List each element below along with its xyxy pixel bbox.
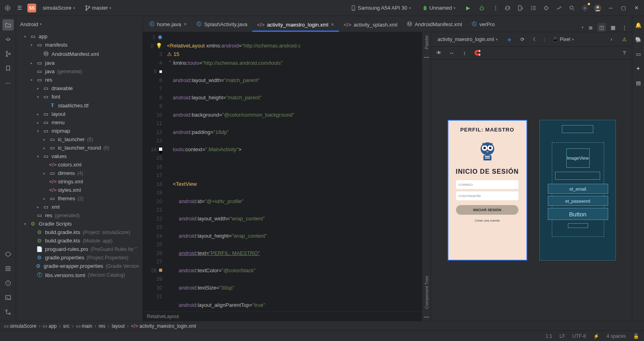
tab-activity-splash[interactable]: </>activity_splash.xml: [339, 18, 402, 32]
settings-icon[interactable]: [580, 4, 589, 12]
code-lines[interactable]: <RelativeLayout xmlns:android="http://sc…: [167, 32, 422, 312]
sync-icon[interactable]: [503, 4, 512, 12]
tree-node-iclauncher[interactable]: ▸▭ic_launcher (6): [18, 135, 141, 144]
tree-node-mipmap[interactable]: ▾▭mipmap: [18, 127, 141, 135]
app-inspection-icon[interactable]: [2, 263, 14, 274]
magnet-icon[interactable]: 🧲: [473, 49, 482, 58]
tree-node-colors[interactable]: </>colors.xml: [18, 160, 141, 169]
bc-item[interactable]: </> activity_maestro_login.xml: [131, 323, 196, 329]
tab-maestro-login[interactable]: </>activity_maestro_login.xml×: [252, 17, 339, 32]
editor-more-icon[interactable]: ⋮: [620, 23, 629, 32]
project-panel-header[interactable]: Android ▾: [16, 16, 142, 32]
bc-item[interactable]: ▭ app: [43, 323, 56, 329]
tab-close-icon[interactable]: ×: [184, 21, 187, 27]
bc-item[interactable]: ▭ simulaScore: [4, 323, 36, 329]
user-avatar[interactable]: [593, 4, 602, 12]
bc-item[interactable]: res: [99, 323, 105, 329]
palette-label[interactable]: Palette: [424, 35, 429, 49]
tree-node-values[interactable]: ▾▭values: [18, 152, 141, 160]
tree-node-java[interactable]: ▸▭java: [18, 59, 141, 67]
tree-node-font-file[interactable]: 𝐓staatliches.ttf: [18, 101, 141, 110]
design-icon[interactable]: ◈: [505, 35, 514, 44]
main-menu-icon[interactable]: [3, 4, 12, 12]
palette-collapse-icon[interactable]: —: [422, 52, 431, 61]
status-readonly-icon[interactable]: 🔓: [633, 333, 639, 339]
branch-selector[interactable]: master ▾: [82, 3, 115, 12]
view-list-icon[interactable]: ≣: [586, 23, 595, 32]
tree-node-iclauncher-round[interactable]: ▸▭ic_launcher_round (6): [18, 144, 141, 152]
tree-node-strings[interactable]: </>strings.xml: [18, 177, 141, 186]
tree-node-java-gen[interactable]: ▭java (generated): [18, 67, 141, 76]
design-view-icon[interactable]: ▦: [609, 23, 617, 32]
tree-node-proguard[interactable]: 📄proguard-rules.pro (ProGuard Rules for …: [18, 245, 141, 253]
pan-icon[interactable]: ↔: [447, 49, 456, 58]
run-button[interactable]: ▶: [464, 4, 473, 12]
tree-node-xml[interactable]: ▸▭xml: [18, 203, 141, 211]
tree-node-res[interactable]: ▾▭res: [18, 76, 141, 84]
tree-node-drawable[interactable]: ▸▭drawable: [18, 84, 141, 92]
layout-inspector-icon[interactable]: ▤: [633, 77, 644, 88]
commit-tool-icon[interactable]: [2, 34, 14, 45]
attach-debugger-icon[interactable]: [542, 4, 551, 12]
status-indent[interactable]: 4 spaces: [607, 333, 626, 339]
tree-node-bg-project[interactable]: ⚙build.gradle.kts (Project: simulaScore): [18, 228, 141, 236]
split-view-icon[interactable]: ◫: [597, 23, 606, 32]
tabs-dropdown-icon[interactable]: ▾: [582, 25, 584, 29]
project-selector[interactable]: simulaScore ▾: [39, 3, 78, 12]
profiler-icon[interactable]: [555, 4, 564, 12]
debug-button[interactable]: [477, 4, 486, 12]
tab-manifest[interactable]: ⓂAndroidManifest.xml: [402, 16, 467, 32]
close-icon[interactable]: ✕: [632, 4, 641, 12]
warning-icon[interactable]: ⚠: [620, 35, 629, 44]
component-tree-label[interactable]: Component Tree: [424, 276, 429, 309]
bc-item[interactable]: ▭ main: [76, 323, 92, 329]
tree-node-libs-versions[interactable]: Ⓣlibs.versions.toml (Version Catalog): [18, 270, 141, 280]
structure-tool-icon[interactable]: [2, 48, 14, 60]
bc-item[interactable]: layout: [112, 323, 125, 329]
more-tools-icon[interactable]: ⋯: [2, 77, 14, 88]
tree-node-menu[interactable]: ▸▭menu: [18, 118, 141, 127]
code-editor[interactable]: 1 ◉ 2 💡 34 5 ■ 678910111213 14 ■ 1516171…: [143, 32, 422, 321]
tree-node-font[interactable]: ▾▭font: [18, 92, 141, 101]
device-dropdown[interactable]: 📱Pixel▾: [549, 35, 577, 44]
more-actions-icon[interactable]: ⋮: [491, 4, 500, 12]
problems-icon[interactable]: [2, 277, 14, 289]
tab-close-icon[interactable]: ×: [331, 21, 334, 28]
hamburger-icon[interactable]: ☰: [15, 4, 24, 12]
running-devices-icon[interactable]: ▭: [633, 48, 644, 60]
tree-node-layout[interactable]: ▸▭layout: [18, 110, 141, 118]
tab-home[interactable]: Ⓒhome.java×: [144, 16, 192, 32]
run-config-selector[interactable]: Unnamed ▾: [419, 3, 459, 12]
tree-node-styles[interactable]: </>styles.xml: [18, 186, 141, 194]
tree-node-gradle-wrapper[interactable]: ⚙gradle-wrapper.properties (Gradle Versi…: [18, 262, 141, 270]
maximize-icon[interactable]: ▢: [619, 4, 628, 12]
status-cursor-pos[interactable]: 1:1: [545, 333, 552, 339]
tab-verpro[interactable]: ⒸverPro: [467, 16, 500, 32]
device-selector[interactable]: Samsung A54 API 30 ▾: [347, 3, 414, 12]
tree-node-gradle-scripts[interactable]: ▾⚙Gradle Scripts: [18, 220, 141, 228]
tree-node-manifests[interactable]: ▾▭manifests: [18, 41, 141, 49]
tab-splash-activity[interactable]: ⒸSplashActivity.java: [192, 16, 252, 32]
orientation-icon[interactable]: ⟳: [518, 35, 527, 44]
preview-canvas[interactable]: PERFIL: MAESTRO INICIO DE SESIÓN CORREO …: [431, 60, 632, 321]
tree-node-app[interactable]: ▾▭app: [18, 32, 141, 41]
visibility-icon[interactable]: 👁: [434, 49, 443, 58]
search-icon[interactable]: [568, 4, 576, 12]
terminal-icon[interactable]: [2, 292, 14, 303]
tree-node-dimens[interactable]: ▸▭dimens (4): [18, 169, 141, 177]
build-variants-icon[interactable]: [2, 249, 14, 260]
design-preview[interactable]: PERFIL: MAESTRO INICIO DE SESIÓN CORREO …: [448, 120, 527, 261]
tree-node-gradle-props[interactable]: ⚙gradle.properties (Project Properties): [18, 253, 141, 262]
expand-icon[interactable]: ›: [607, 35, 616, 44]
ai-assistant-icon[interactable]: ✦: [633, 63, 644, 74]
project-tool-icon[interactable]: [2, 19, 14, 31]
tasks-icon[interactable]: [529, 4, 538, 12]
tree-node-themes[interactable]: ▸▭themes (2): [18, 194, 141, 203]
project-tree[interactable]: ▾▭app ▾▭manifests ⓂAndroidManifest.xml ▸…: [16, 32, 142, 321]
status-line-sep[interactable]: LF: [559, 333, 565, 339]
notifications-icon[interactable]: 🔔: [633, 19, 644, 31]
minimize-icon[interactable]: ─: [606, 4, 615, 12]
night-mode-icon[interactable]: ☾: [531, 35, 540, 44]
blueprint-preview[interactable]: ImageView et_email et_password Button: [539, 120, 616, 261]
status-memory-icon[interactable]: ⚡: [593, 333, 599, 339]
